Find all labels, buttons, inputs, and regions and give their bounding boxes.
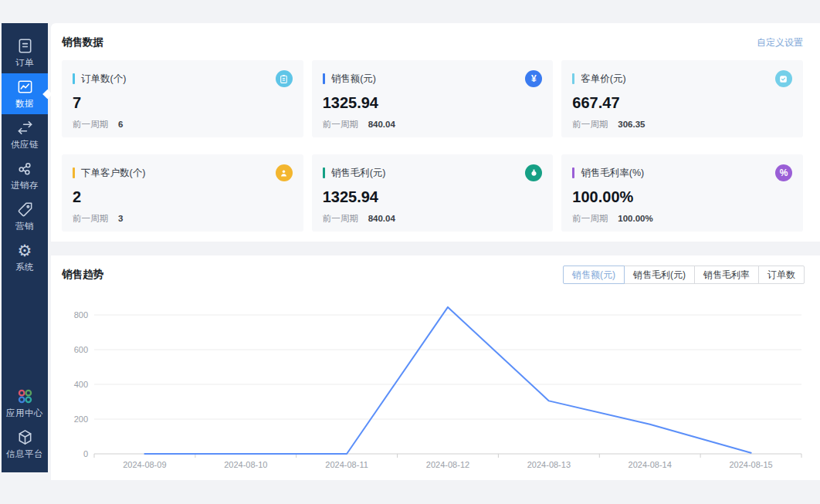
svg-text:2024-08-09: 2024-08-09 <box>123 460 166 469</box>
sidebar-item-label: 供应链 <box>11 139 39 151</box>
svg-text:0: 0 <box>83 449 88 458</box>
svg-text:2024-08-12: 2024-08-12 <box>426 460 469 469</box>
gear-icon: ⚙ <box>16 242 34 259</box>
sidebar-item-label: 营销 <box>15 221 34 232</box>
card-accent-bar <box>73 167 75 178</box>
svg-text:2024-08-10: 2024-08-10 <box>224 460 267 469</box>
trend-tab-订单数[interactable]: 订单数 <box>758 266 805 284</box>
sidebar-item-label: 应用中心 <box>6 408 43 419</box>
stat-card: 订单数(个) 7 前一周期6 <box>62 60 303 137</box>
card-value: 7 <box>73 94 293 112</box>
stat-card: 销售额(元) ¥ 1325.94 前一周期840.04 <box>312 60 554 137</box>
percent-icon: % <box>775 164 792 181</box>
sidebar-item-数据[interactable]: 数据 <box>2 73 48 114</box>
prev-period-label: 前一周期 <box>73 120 108 129</box>
user-icon <box>276 164 293 181</box>
clipboard-icon <box>276 70 293 87</box>
card-label: 销售毛利率(%) <box>581 167 775 180</box>
prev-period-value: 306.35 <box>618 120 645 129</box>
sidebar-item-label: 信息平台 <box>6 448 43 460</box>
stat-card: 销售毛利率(%) % 100.00% 前一周期100.00% <box>561 154 803 232</box>
trend-metric-tabs: 销售额(元)销售毛利(元)销售毛利率订单数 <box>563 266 805 284</box>
sales-trend-chart: 02004006008002024-08-092024-08-102024-08… <box>62 299 805 476</box>
sidebar-item-营销[interactable]: 营销 <box>2 196 48 237</box>
sidebar-item-信息平台[interactable]: 信息平台 <box>2 424 48 465</box>
document-icon <box>16 37 34 55</box>
card-accent-bar <box>323 73 325 84</box>
app-root: 订单 数据 供应链 进销存 营销 ⚙ 系统 应用中心 信息平台 销售数据 自定义… <box>0 0 820 504</box>
main-content: 销售数据 自定义设置 订单数(个) 7 前一周期6 销售额(元) ¥ 1325.… <box>51 23 820 480</box>
prev-period-label: 前一周期 <box>323 120 358 129</box>
card-value: 2 <box>73 188 293 206</box>
sidebar-item-系统[interactable]: ⚙ 系统 <box>2 237 48 278</box>
sidebar-item-label: 数据 <box>15 98 34 110</box>
sidebar-item-label: 订单 <box>15 57 34 69</box>
prev-period-label: 前一周期 <box>323 214 358 223</box>
sidebar-item-供应链[interactable]: 供应链 <box>2 114 48 155</box>
sidebar-item-进销存[interactable]: 进销存 <box>2 155 48 196</box>
svg-text:2024-08-14: 2024-08-14 <box>629 460 672 469</box>
apps-icon <box>16 387 34 405</box>
sales-data-title: 销售数据 <box>62 36 103 49</box>
card-value: 1325.94 <box>323 188 543 206</box>
prev-period-label: 前一周期 <box>572 214 608 223</box>
card-value: 100.00% <box>572 188 792 206</box>
svg-text:2024-08-11: 2024-08-11 <box>325 460 368 469</box>
sidebar-item-订单[interactable]: 订单 <box>2 32 48 73</box>
swap-arrows-icon <box>16 119 34 137</box>
badge-check-icon <box>775 70 792 87</box>
card-label: 销售额(元) <box>331 73 526 86</box>
tag-icon <box>16 201 34 218</box>
card-value: 1325.94 <box>323 94 543 112</box>
card-accent-bar <box>572 73 574 84</box>
sales-data-panel: 销售数据 自定义设置 订单数(个) 7 前一周期6 销售额(元) ¥ 1325.… <box>51 23 820 242</box>
card-label: 下单客户数(个) <box>81 167 276 180</box>
stat-card: 客单价(元) 667.47 前一周期306.35 <box>561 60 803 137</box>
card-accent-bar <box>572 167 574 178</box>
svg-text:2024-08-15: 2024-08-15 <box>729 460 772 469</box>
svg-text:600: 600 <box>74 345 88 354</box>
stat-card: 销售毛利(元) 1325.94 前一周期840.04 <box>312 154 554 232</box>
trend-tab-销售额(元)[interactable]: 销售额(元) <box>563 266 625 284</box>
prev-period-value: 6 <box>118 120 123 129</box>
sales-trend-panel: 销售趋势 销售额(元)销售毛利(元)销售毛利率订单数 0200400600800… <box>51 255 820 480</box>
sales-trend-title: 销售趋势 <box>62 268 103 282</box>
stat-card: 下单客户数(个) 2 前一周期3 <box>62 154 303 232</box>
prev-period-value: 100.00% <box>618 214 652 223</box>
card-label: 订单数(个) <box>81 73 276 86</box>
custom-settings-link[interactable]: 自定义设置 <box>757 36 803 49</box>
card-accent-bar <box>323 167 325 178</box>
card-accent-bar <box>73 73 75 84</box>
svg-text:800: 800 <box>74 310 88 320</box>
prev-period-label: 前一周期 <box>73 214 108 223</box>
svg-text:200: 200 <box>74 414 88 424</box>
prev-period-value: 840.04 <box>368 120 395 129</box>
yuan-icon: ¥ <box>525 70 542 87</box>
prev-period-value: 3 <box>118 214 123 223</box>
card-label: 销售毛利(元) <box>331 167 526 180</box>
cube-icon <box>16 428 34 446</box>
card-label: 客单价(元) <box>581 73 775 86</box>
prev-period-label: 前一周期 <box>572 120 608 129</box>
line-chart-icon <box>16 78 34 96</box>
sidebar-item-label: 系统 <box>15 262 34 273</box>
stat-card-grid: 订单数(个) 7 前一周期6 销售额(元) ¥ 1325.94 前一周期840.… <box>62 60 803 232</box>
sidebar-item-应用中心[interactable]: 应用中心 <box>2 383 48 424</box>
sidebar: 订单 数据 供应链 进销存 营销 ⚙ 系统 应用中心 信息平台 <box>2 23 48 472</box>
trend-tab-销售毛利(元)[interactable]: 销售毛利(元) <box>624 266 695 284</box>
trend-tab-销售毛利率[interactable]: 销售毛利率 <box>694 266 759 284</box>
sidebar-item-label: 进销存 <box>11 180 39 191</box>
card-value: 667.47 <box>572 94 792 112</box>
nodes-icon <box>16 160 34 178</box>
svg-text:400: 400 <box>74 380 88 389</box>
svg-text:2024-08-13: 2024-08-13 <box>527 460 571 469</box>
moneybag-icon <box>525 164 542 181</box>
prev-period-value: 840.04 <box>368 214 395 223</box>
